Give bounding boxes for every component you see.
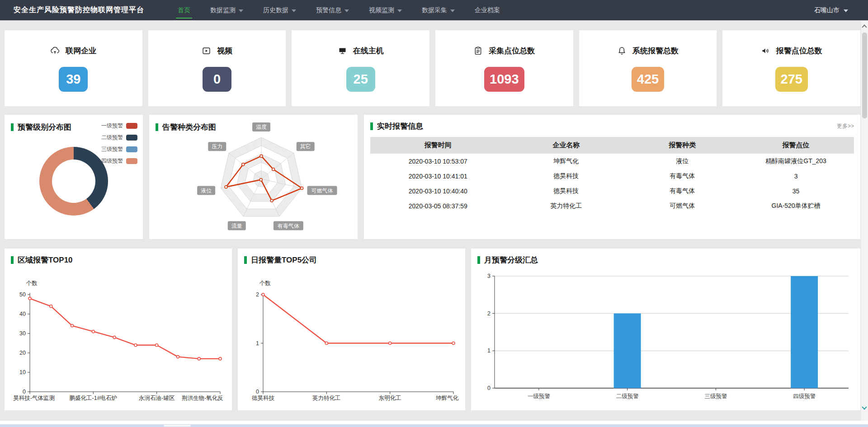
- legend-item: 三级预警: [101, 145, 137, 153]
- chevron-down-icon: [239, 9, 243, 12]
- svg-text:50: 50: [19, 291, 26, 298]
- svg-text:40: 40: [19, 311, 26, 317]
- svg-text:可燃气体: 可燃气体: [311, 188, 333, 194]
- stat-card-alarm-points: 报警点位总数 275: [722, 30, 860, 106]
- svg-text:0: 0: [256, 389, 259, 395]
- stat-card-collection-points: 采集点位总数 1093: [435, 30, 573, 106]
- stat-value-badge: 39: [59, 67, 88, 92]
- region-alarm-top10-line-chart: 个数01020304050昊科技-气体监测鹏盛化工-1#电石炉永润石油-罐区荆洪…: [11, 265, 226, 406]
- table-row: 2020-03-10 10:41:01德昊科技有毒气体3: [370, 169, 854, 183]
- alarm-type-radar-chart: 温度其它可燃气体有毒气体流量液位压力: [149, 116, 358, 239]
- legend-swatch: [126, 146, 137, 152]
- svg-text:0: 0: [23, 389, 26, 395]
- nav-item-home[interactable]: 首页: [168, 0, 200, 20]
- legend-swatch: [126, 135, 137, 141]
- nav-item-video-monitor[interactable]: 视频监测: [359, 0, 412, 20]
- nav-item-data-collect[interactable]: 数据采集: [412, 0, 465, 20]
- svg-text:昊科技-气体监测: 昊科技-气体监测: [13, 395, 55, 401]
- speaker-icon: [761, 46, 770, 56]
- region-selector[interactable]: 石嘴山市: [814, 6, 854, 14]
- panel-title: 区域报警TOP10: [11, 255, 226, 265]
- stat-label: 采集点位总数: [489, 46, 535, 56]
- stat-card-row: 联网企业 39 视频 0 在线主机 25 采集点位总数 1093: [5, 30, 860, 106]
- app-title: 安全生产风险预警防控物联网管理平台: [14, 5, 144, 15]
- svg-text:德昊科技: 德昊科技: [252, 395, 275, 401]
- title-marker-icon: [477, 256, 480, 264]
- svg-text:1: 1: [256, 340, 259, 347]
- svg-text:其它: 其它: [300, 143, 311, 150]
- title-marker-icon: [244, 256, 247, 264]
- panel-realtime-alarms: 实时报警信息 更多>> 报警时间 企业名称 报警种类 报警点位 2020-03-…: [364, 115, 860, 239]
- title-marker-icon: [156, 123, 158, 131]
- more-link[interactable]: 更多>>: [837, 122, 854, 130]
- panel-region-alarm-top10: 区域报警TOP10 个数01020304050昊科技-气体监测鹏盛化工-1#电石…: [5, 249, 232, 410]
- table-row: 2020-03-10 10:40:40德昊科技有毒气体35: [370, 183, 854, 198]
- nav-item-history-data[interactable]: 历史数据: [253, 0, 306, 20]
- svg-text:英力特化工: 英力特化工: [312, 395, 341, 401]
- legend-item: 二级预警: [101, 134, 137, 141]
- video-icon: [202, 46, 211, 56]
- stat-value-badge: 425: [632, 67, 664, 92]
- stat-value-badge: 1093: [484, 67, 524, 92]
- alarm-table: 报警时间 企业名称 报警种类 报警点位 2020-03-10 10:53:07坤…: [370, 137, 854, 213]
- top-navbar: 安全生产风险预警防控物联网管理平台 首页 数据监测 历史数据 预警信息 视频监测…: [0, 0, 868, 20]
- warning-level-donut-chart: [39, 147, 108, 216]
- bottom-gap: [0, 421, 868, 424]
- cloud-upload-icon: [50, 46, 60, 56]
- svg-text:四级预警: 四级预警: [793, 393, 816, 399]
- chevron-down-icon: [344, 9, 349, 12]
- svg-text:温度: 温度: [256, 124, 267, 130]
- svg-text:三级预警: 三级预警: [704, 393, 727, 399]
- nav-item-data-monitor[interactable]: 数据监测: [200, 0, 253, 20]
- nav-item-warning-info[interactable]: 预警信息: [306, 0, 359, 20]
- svg-text:液位: 液位: [200, 188, 212, 194]
- panel-title: 日报警量TOP5公司: [244, 255, 459, 265]
- next-section-edge: [0, 424, 868, 427]
- table-row: 2020-03-10 10:53:07坤辉气化液位精醇南罐液位GT_203: [370, 154, 854, 169]
- svg-text:压力: 压力: [212, 143, 222, 150]
- stat-label: 报警点位总数: [776, 46, 822, 56]
- svg-text:30: 30: [19, 330, 26, 337]
- svg-text:2: 2: [487, 310, 491, 317]
- page-scrollbar[interactable]: [861, 21, 868, 427]
- chevron-down-icon: [844, 9, 848, 12]
- stat-card-connected-enterprises: 联网企业 39: [5, 30, 142, 106]
- legend-swatch: [126, 123, 137, 129]
- next-section-pill: [164, 425, 191, 427]
- svg-text:0: 0: [487, 385, 491, 391]
- stat-card-system-alarms: 系统报警总数 425: [579, 30, 717, 106]
- stat-label: 在线主机: [353, 46, 384, 56]
- stat-label: 视频: [217, 46, 232, 56]
- stat-value-badge: 0: [203, 67, 231, 92]
- stat-card-videos: 视频 0: [148, 30, 286, 106]
- donut-legend: 一级预警 二级预警 三级预警 四级预警: [101, 122, 137, 169]
- svg-text:鹏盛化工-1#电石炉: 鹏盛化工-1#电石炉: [70, 395, 118, 401]
- clipboard-icon: [473, 46, 483, 56]
- scroll-down-icon[interactable]: [862, 404, 867, 409]
- table-row: 2020-03-05 08:37:59英力特化工可燃气体GIA-520单体贮槽: [370, 198, 854, 213]
- svg-text:10: 10: [19, 369, 26, 375]
- panel-alarm-type-distribution: 告警种类分布图 温度其它可燃气体有毒气体流量液位压力: [149, 115, 358, 239]
- stat-label: 联网企业: [66, 46, 96, 56]
- panel-warning-level-distribution: 预警级别分布图 一级预警 二级预警 三级预警 四级预警: [5, 115, 143, 239]
- legend-item: 四级预警: [101, 157, 137, 165]
- svg-text:一级预警: 一级预警: [528, 393, 551, 399]
- panel-title: 月预警分级汇总: [477, 255, 854, 265]
- svg-text:2: 2: [256, 291, 259, 298]
- legend-swatch: [126, 158, 137, 164]
- svg-text:3: 3: [487, 273, 491, 279]
- nav-item-enterprise-archive[interactable]: 企业档案: [465, 0, 510, 20]
- svg-text:有毒气体: 有毒气体: [277, 223, 299, 229]
- panel-title: 告警种类分布图: [156, 122, 216, 132]
- svg-text:20: 20: [19, 350, 26, 356]
- panel-daily-alarm-top5: 日报警量TOP5公司 个数012德昊科技英力特化工东明化工坤辉气化: [238, 249, 465, 410]
- chevron-down-icon: [450, 9, 455, 12]
- chevron-down-icon: [397, 9, 402, 12]
- scroll-up-icon[interactable]: [862, 24, 867, 29]
- bell-icon: [617, 46, 627, 56]
- svg-text:1: 1: [487, 347, 491, 354]
- scrollbar-thumb[interactable]: [862, 33, 867, 118]
- monthly-warning-bar-chart: 0123一级预警二级预警三级预警四级预警: [477, 265, 854, 406]
- main-menu: 首页 数据监测 历史数据 预警信息 视频监测 数据采集 企业档案: [168, 0, 510, 20]
- stat-value-badge: 275: [775, 67, 808, 92]
